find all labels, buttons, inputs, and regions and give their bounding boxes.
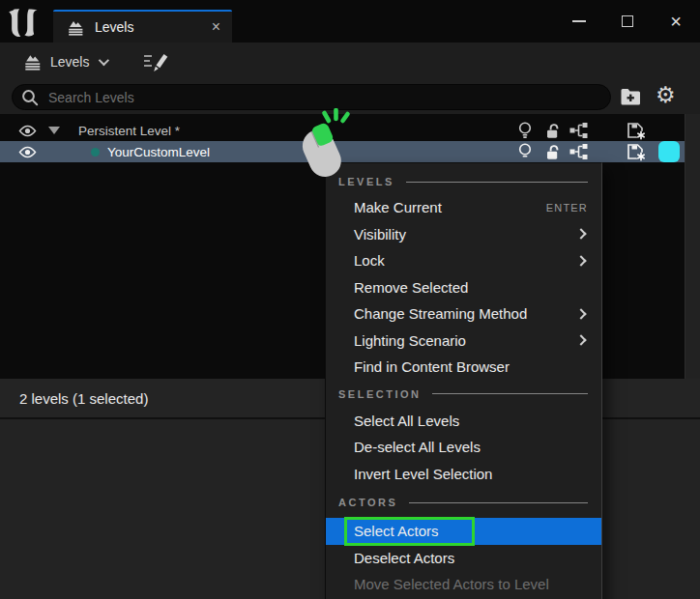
scrollbar-track[interactable] (685, 114, 700, 379)
menu-item-label: Visibility (354, 226, 406, 242)
level-kind-dot-icon (91, 148, 100, 157)
close-button[interactable]: × (652, 0, 700, 43)
menu-item-move-selected-actors-to-level: Move Selected Actors to Level (326, 571, 601, 598)
menu-item-lock[interactable]: Lock (326, 247, 601, 274)
section-divider (432, 393, 588, 394)
tab-close-icon[interactable]: × (212, 19, 220, 35)
save-level-icon[interactable] (627, 142, 646, 161)
menu-item-make-current[interactable]: Make Current ENTER (326, 194, 601, 221)
maximize-button[interactable] (603, 0, 652, 43)
levels-panel-window: Levels × × Levels (0, 0, 700, 599)
menu-item-select-actors[interactable]: Select Actors (326, 518, 601, 545)
maximize-icon (622, 15, 633, 27)
level-name: YourCustomLevel (107, 145, 210, 159)
menu-item-invert-level-selection[interactable]: Invert Level Selection (326, 461, 601, 488)
streaming-hierarchy-icon[interactable] (569, 144, 589, 160)
unreal-engine-logo-icon (7, 5, 44, 40)
menu-item-label: Find in Content Browser (354, 358, 510, 375)
chevron-right-icon (575, 335, 586, 346)
search-input[interactable] (46, 89, 549, 106)
section-label: ACTORS (338, 497, 397, 508)
menu-item-visibility[interactable]: Visibility (326, 221, 601, 248)
mouse-right-click-cursor-icon (289, 108, 353, 184)
add-folder-icon (620, 87, 642, 106)
minimize-icon (572, 20, 586, 22)
menu-section-header-selection: SELECTION (326, 381, 601, 408)
section-divider (409, 502, 588, 503)
visibility-eye-icon[interactable] (18, 125, 37, 137)
menu-item-find-in-content-browser[interactable]: Find in Content Browser (326, 354, 601, 381)
menu-item-label: Remove Selected (354, 279, 468, 296)
minimize-button[interactable] (555, 0, 603, 43)
menu-item-label: Lighting Scenario (354, 332, 466, 349)
lock-open-icon[interactable] (544, 123, 561, 139)
lock-open-icon[interactable] (544, 144, 561, 160)
menu-item-select-all-levels[interactable]: Select All Levels (326, 408, 601, 435)
edit-levels-pencil-icon (143, 51, 168, 72)
menu-section-header-levels: LEVELS (326, 169, 601, 194)
menu-item-change-streaming-method[interactable]: Change Streaming Method (326, 300, 601, 328)
save-level-icon[interactable] (627, 121, 646, 140)
section-label: SELECTION (338, 388, 421, 400)
menu-item-label: Lock (354, 252, 385, 269)
visibility-eye-icon[interactable] (18, 146, 37, 158)
shortcut-label: ENTER (546, 202, 588, 214)
level-name: Persistent Level * (78, 124, 180, 138)
add-folder-button[interactable] (620, 87, 642, 110)
levels-toolbar: Levels (0, 43, 700, 81)
chevron-right-icon (575, 229, 586, 240)
title-bar: Levels × × (0, 0, 700, 43)
close-icon: × (670, 12, 682, 31)
edit-levels-button[interactable] (143, 51, 168, 72)
section-divider (406, 182, 588, 183)
lighting-bulb-icon[interactable] (517, 143, 533, 161)
tab-title: Levels (95, 19, 133, 35)
tab-levels[interactable]: Levels × (53, 10, 232, 43)
chevron-down-icon (99, 55, 109, 66)
levels-dropdown-label: Levels (50, 54, 89, 70)
menu-item-label: Select All Levels (354, 413, 459, 429)
menu-item-label: De-select All Levels (354, 439, 481, 455)
levels-count-status: 2 levels (1 selected) (19, 390, 148, 407)
search-box[interactable] (12, 84, 611, 110)
menu-section-header-actors: ACTORS (326, 487, 601, 518)
expand-triangle-icon[interactable] (48, 127, 60, 134)
menu-item-label: Make Current (354, 199, 442, 215)
annotation-highlight-box (344, 517, 475, 546)
settings-button[interactable]: ⚙ (656, 82, 676, 107)
levels-icon (23, 53, 43, 71)
lighting-bulb-icon[interactable] (517, 122, 533, 140)
level-color-swatch[interactable] (658, 141, 680, 162)
chevron-right-icon (575, 308, 586, 319)
menu-item-deselect-all-levels[interactable]: De-select All Levels (326, 434, 601, 461)
context-menu: LEVELS Make Current ENTER Visibility Loc… (325, 162, 602, 599)
menu-item-remove-selected[interactable]: Remove Selected (326, 274, 601, 301)
chevron-right-icon (575, 255, 586, 266)
search-icon (21, 89, 39, 106)
gear-icon: ⚙ (656, 82, 676, 107)
menu-item-label: Move Selected Actors to Level (354, 576, 549, 592)
levels-icon (67, 19, 85, 36)
menu-item-label: Change Streaming Method (354, 305, 527, 322)
streaming-hierarchy-icon[interactable] (569, 123, 589, 139)
levels-dropdown-button[interactable]: Levels (23, 53, 106, 71)
window-controls: × (555, 0, 700, 43)
menu-item-deselect-actors[interactable]: Deselect Actors (326, 545, 601, 572)
menu-item-lighting-scenario[interactable]: Lighting Scenario (326, 328, 601, 355)
menu-item-label: Deselect Actors (354, 550, 454, 566)
menu-item-label: Invert Level Selection (354, 466, 492, 482)
